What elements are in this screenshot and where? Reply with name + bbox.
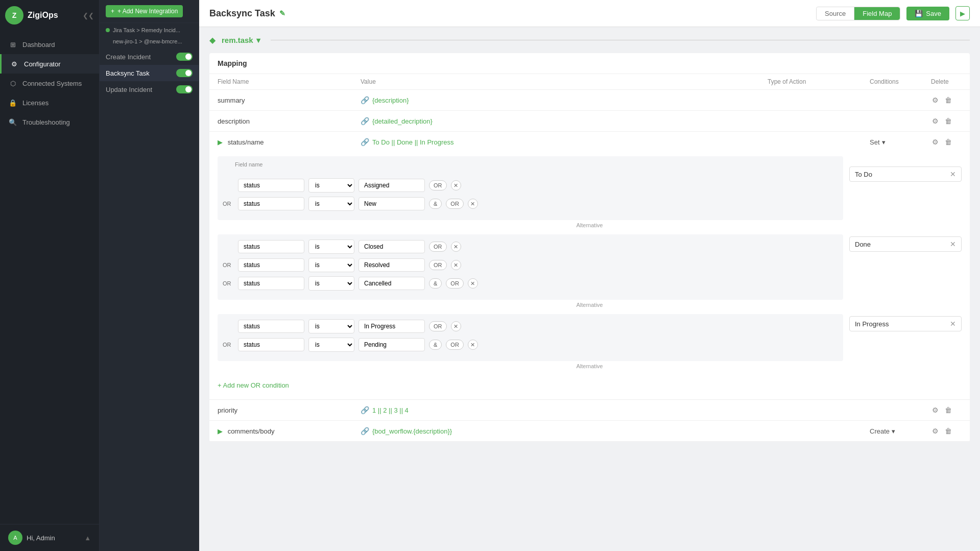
operator-select-inprogress-2[interactable]: is — [308, 338, 354, 352]
result-box-done: Done ✕ — [849, 236, 962, 252]
tab-field-map[interactable]: Field Map — [854, 7, 900, 20]
integration-item-update-incident[interactable]: Update Incident — [100, 81, 199, 98]
sidebar-nav: ⊞ Dashboard ⚙ Configurator ⬡ Connected S… — [0, 31, 99, 524]
remove-done-3[interactable]: ✕ — [468, 278, 478, 289]
and-button-inprogress-2[interactable]: & — [429, 340, 442, 350]
result-x-done[interactable]: ✕ — [950, 240, 956, 248]
field-input-done-2[interactable] — [238, 258, 304, 272]
operator-select-todo-1[interactable]: is — [308, 178, 354, 193]
and-button-done-3[interactable]: & — [429, 278, 442, 289]
integration-item-create-incident[interactable]: Create Incident — [100, 49, 199, 65]
remove-todo-2[interactable]: ✕ — [468, 199, 478, 209]
delete-icon-summary[interactable]: 🗑 — [944, 95, 953, 105]
condition-inprogress-row2-inputs: OR is & OR ✕ — [223, 338, 838, 352]
sidebar-item-configurator[interactable]: ⚙ Configurator — [0, 54, 99, 74]
delete-icon-priority[interactable]: 🗑 — [944, 405, 953, 415]
sidebar-item-dashboard[interactable]: ⊞ Dashboard — [0, 35, 99, 54]
and-button-todo-2[interactable]: & — [429, 199, 442, 209]
operator-select-done-3[interactable]: is — [308, 276, 354, 291]
or-button-todo-1[interactable]: OR — [429, 180, 447, 190]
value-input-done-1[interactable] — [358, 240, 425, 253]
value-input-done-2[interactable] — [358, 258, 425, 272]
operator-select-inprogress-1[interactable]: is — [308, 319, 354, 333]
value-input-todo-1[interactable] — [358, 179, 425, 192]
task-name[interactable]: rem.task ▾ — [222, 36, 260, 45]
add-integration-button[interactable]: + + Add New Integration — [106, 5, 183, 17]
expand-arrow-comments[interactable]: ▶ — [218, 427, 223, 435]
condition-inprogress-row1-inputs: is OR ✕ — [223, 319, 838, 333]
delete-icon-comments[interactable]: 🗑 — [944, 426, 953, 436]
col-header-field-name: Field Name — [218, 78, 361, 85]
settings-icon-comments[interactable]: ⚙ — [931, 426, 940, 436]
settings-icon-priority[interactable]: ⚙ — [931, 405, 940, 415]
toggle-update-incident[interactable] — [176, 85, 193, 93]
mapping-title: Mapping — [218, 59, 247, 67]
field-input-todo-1[interactable] — [238, 179, 304, 192]
result-x-inprogress[interactable]: ✕ — [950, 320, 956, 328]
field-input-done-1[interactable] — [238, 240, 304, 253]
toggle-backsync-task[interactable] — [176, 69, 193, 77]
set-button-status[interactable]: Set ▾ — [870, 138, 886, 146]
operator-select-done-2[interactable]: is — [308, 258, 354, 272]
field-value-text-comments: {bod_worflow.{description}} — [372, 427, 452, 435]
result-x-todo[interactable]: ✕ — [950, 170, 956, 178]
save-button[interactable]: 💾 Save — [906, 7, 949, 20]
operator-select-done-1[interactable]: is — [308, 239, 354, 254]
value-input-inprogress-1[interactable] — [358, 320, 425, 333]
task-dropdown-icon[interactable]: ▾ — [256, 36, 260, 45]
remove-done-1[interactable]: ✕ — [451, 242, 461, 252]
breadcrumb-line2: new-jiro-1 > @new-bmcre... — [100, 37, 199, 49]
remove-todo-1[interactable]: ✕ — [451, 180, 461, 190]
or-button-done-1[interactable]: OR — [429, 242, 447, 252]
settings-icon-summary[interactable]: ⚙ — [931, 95, 940, 105]
col-header-conditions: Conditions — [870, 78, 931, 85]
create-dropdown-button[interactable]: Create ▾ — [870, 427, 895, 435]
mapping-container: Mapping Field Name Value Type of Action … — [209, 53, 970, 442]
play-button[interactable]: ▶ — [955, 6, 970, 20]
gear-icon: ⚙ — [10, 59, 19, 68]
header-actions: Source Field Map 💾 Save ▶ — [816, 6, 970, 20]
value-input-done-3[interactable] — [358, 277, 425, 290]
value-input-todo-2[interactable] — [358, 197, 425, 210]
remove-inprogress-1[interactable]: ✕ — [451, 321, 461, 331]
page-title: Backsync Task ✎ — [209, 8, 285, 19]
field-input-inprogress-2[interactable] — [238, 338, 304, 351]
or-button-todo-2[interactable]: OR — [446, 199, 464, 209]
field-value-text-priority: 1 || 2 || 3 || 4 — [372, 406, 409, 414]
link-icon-summary: 🔗 — [361, 96, 369, 104]
value-input-inprogress-2[interactable] — [358, 338, 425, 351]
delete-icon-status[interactable]: 🗑 — [944, 137, 953, 147]
user-expand-icon[interactable]: ▲ — [84, 534, 91, 542]
tab-source[interactable]: Source — [817, 7, 854, 20]
field-input-inprogress-1[interactable] — [238, 320, 304, 333]
result-inprogress-container: In Progress ✕ — [849, 314, 962, 331]
toggle-create-incident[interactable] — [176, 53, 193, 61]
field-input-todo-2[interactable] — [238, 197, 304, 210]
remove-done-2[interactable]: ✕ — [451, 260, 461, 270]
sidebar-item-licenses[interactable]: 🔒 Licenses — [0, 93, 99, 112]
integration-item-backsync-task[interactable]: Backsync Task — [100, 65, 199, 81]
settings-icon-status[interactable]: ⚙ — [931, 137, 940, 147]
add-or-button[interactable]: + Add new OR condition — [218, 377, 289, 393]
or-button-inprogress-2[interactable]: OR — [446, 340, 464, 350]
expand-arrow-icon[interactable]: ▶ — [218, 138, 223, 146]
collapse-icon[interactable]: ❮❮ — [83, 12, 94, 19]
or-button-inprogress-1[interactable]: OR — [429, 321, 447, 331]
edit-icon[interactable]: ✎ — [279, 9, 285, 17]
field-name-description: description — [218, 117, 361, 125]
settings-icon-description[interactable]: ⚙ — [931, 116, 940, 126]
or-button-done-3[interactable]: OR — [446, 278, 464, 289]
delete-icon-description[interactable]: 🗑 — [944, 116, 953, 126]
sidebar-item-connected-systems[interactable]: ⬡ Connected Systems — [0, 74, 99, 93]
main-content: Backsync Task ✎ Source Field Map 💾 Save … — [199, 0, 980, 551]
field-value-status: 🔗 To Do || Done || In Progress — [361, 138, 768, 146]
create-dropdown-icon: ▾ — [892, 427, 895, 435]
breadcrumb-line1[interactable]: Jira Task > Remedy Incid... — [100, 23, 199, 37]
sidebar-item-troubleshooting[interactable]: 🔍 Troubleshooting — [0, 112, 99, 132]
or-button-done-2[interactable]: OR — [429, 260, 447, 270]
operator-select-todo-2[interactable]: is — [308, 197, 354, 211]
or-label-inprogress-2: OR — [223, 342, 234, 348]
field-input-done-3[interactable] — [238, 277, 304, 290]
remove-inprogress-2[interactable]: ✕ — [468, 340, 478, 350]
link-icon-description: 🔗 — [361, 117, 369, 125]
